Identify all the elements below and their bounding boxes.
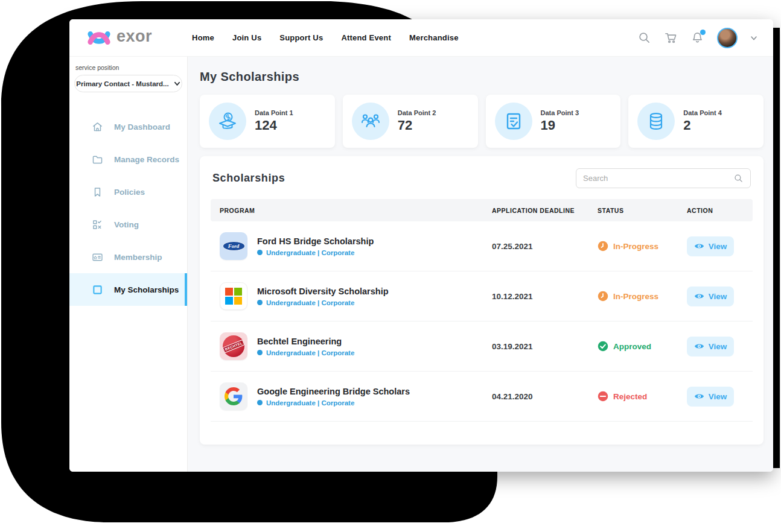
sidebar-item-label: My Scholarships — [114, 285, 179, 294]
eye-icon — [694, 293, 704, 300]
service-position-label: service position — [69, 64, 187, 71]
view-button-label: View — [709, 392, 727, 401]
google-logo — [220, 382, 247, 410]
square-icon — [91, 283, 104, 296]
search-input[interactable] — [583, 174, 733, 183]
program-tags: Undergraduate | Corporate — [257, 349, 354, 356]
navbar-right — [637, 28, 757, 48]
view-button[interactable]: View — [687, 387, 734, 407]
search-icon[interactable] — [733, 173, 744, 183]
sidebar-item-manage-records[interactable]: Manage Records — [69, 143, 187, 176]
column-action: ACTION — [687, 207, 744, 214]
program-title: Ford HS Bridge Scholarship — [257, 236, 374, 246]
stat-value: 124 — [255, 118, 293, 133]
dot-icon — [257, 350, 263, 355]
deadline-cell: 07.25.2021 — [492, 242, 598, 251]
status-label: Rejected — [613, 392, 647, 401]
deadline-cell: 10.12.2021 — [492, 292, 598, 301]
dot-icon — [257, 250, 263, 255]
ford-logo: Ford — [220, 232, 247, 260]
deadline-cell: 03.19.2021 — [492, 342, 598, 351]
database-icon — [637, 103, 675, 140]
dot-icon — [257, 300, 263, 305]
view-button[interactable]: View — [687, 236, 734, 256]
eye-icon — [694, 242, 704, 250]
action-cell: View — [687, 337, 744, 356]
program-cell: Ford Ford HS Bridge Scholarship Undergra… — [220, 232, 492, 260]
table-row: Microsoft Diversity Scholarship Undergra… — [211, 271, 753, 321]
sidebar-item-voting[interactable]: Voting — [69, 208, 187, 241]
view-button[interactable]: View — [687, 287, 734, 306]
page-title: My Scholarships — [200, 70, 763, 84]
status-icon — [598, 391, 608, 402]
sidebar-menu: My Dashboard Manage Records Policies — [69, 110, 187, 306]
program-tags-label: Undergraduate | Corporate — [266, 349, 354, 356]
navbar: exor Home Join Us Support Us Attend Even… — [69, 19, 773, 57]
avatar[interactable] — [717, 28, 738, 48]
view-button[interactable]: View — [687, 337, 734, 356]
sidebar-item-label: Membership — [114, 253, 162, 262]
search-icon[interactable] — [637, 31, 651, 45]
view-button-label: View — [709, 292, 727, 301]
stat-label: Data Point 1 — [255, 109, 293, 116]
brand-name: exor — [116, 28, 152, 47]
nav-links: Home Join Us Support Us Attend Event Mer… — [192, 33, 459, 42]
status-icon — [598, 241, 608, 252]
program-cell: BECHTEL Bechtel Engineering Undergraduat… — [220, 332, 492, 360]
program-cell: Microsoft Diversity Scholarship Undergra… — [220, 282, 492, 310]
stat-label: Data Point 4 — [683, 109, 722, 116]
stage: exor Home Join Us Support Us Attend Even… — [0, 0, 781, 532]
table-row: Ford Ford HS Bridge Scholarship Undergra… — [211, 221, 753, 271]
column-status: STATUS — [598, 207, 687, 214]
view-button-label: View — [709, 342, 727, 351]
table-row: BECHTEL Bechtel Engineering Undergraduat… — [211, 321, 753, 372]
program-tags-label: Undergraduate | Corporate — [266, 399, 354, 407]
dot-icon — [257, 400, 263, 405]
stat-label: Data Point 3 — [541, 109, 579, 116]
nav-link-home[interactable]: Home — [192, 33, 214, 42]
nav-link-merchandise[interactable]: Merchandise — [409, 33, 459, 42]
scholarship-cap-dollar-icon — [209, 103, 246, 140]
status-label: Approved — [613, 342, 651, 351]
scholarships-card: Scholarships PROGRAM APPLICATION DEADLIN… — [200, 156, 763, 445]
status-cell: Rejected — [598, 391, 687, 402]
action-cell: View — [687, 387, 744, 407]
sidebar-item-policies[interactable]: Policies — [69, 176, 187, 208]
sidebar-item-label: Voting — [114, 220, 139, 229]
main-content: My Scholarships Data Point 1 — [188, 57, 773, 472]
status-cell: In-Progress — [598, 241, 687, 252]
status-cell: In-Progress — [598, 291, 687, 302]
sidebar-item-my-dashboard[interactable]: My Dashboard — [69, 110, 187, 143]
stat-card-4: Data Point 4 2 — [628, 95, 763, 148]
view-button-label: View — [709, 242, 727, 251]
table-row: Google Engineering Bridge Scholars Under… — [211, 372, 753, 422]
program-tags-label: Undergraduate | Corporate — [266, 299, 354, 306]
status-label: In-Progress — [613, 292, 658, 301]
nav-link-join-us[interactable]: Join Us — [232, 33, 261, 42]
people-group-icon — [352, 103, 389, 140]
sidebar-item-my-scholarships[interactable]: My Scholarships — [69, 273, 187, 306]
stat-cards: Data Point 1 124 Data Point 2 — [200, 95, 763, 148]
brand-logo[interactable]: exor — [86, 28, 152, 48]
column-program: PROGRAM — [220, 207, 492, 214]
home-icon — [91, 121, 104, 133]
action-cell: View — [687, 236, 744, 256]
nav-link-attend-event[interactable]: Attend Event — [341, 33, 391, 42]
status-label: In-Progress — [613, 242, 658, 251]
ballot-icon — [91, 218, 104, 231]
chevron-down-icon[interactable] — [750, 34, 757, 42]
sidebar-item-membership[interactable]: Membership — [69, 241, 187, 273]
stat-card-2: Data Point 2 72 — [343, 95, 478, 148]
checklist-icon — [495, 103, 532, 140]
bell-icon[interactable] — [690, 31, 704, 45]
program-title: Google Engineering Bridge Scholars — [257, 387, 410, 396]
cart-icon[interactable] — [664, 31, 678, 45]
eye-icon — [694, 393, 704, 400]
action-cell: View — [687, 287, 744, 306]
program-title: Bechtel Engineering — [257, 337, 354, 346]
chevron-down-icon — [174, 80, 180, 87]
nav-link-support-us[interactable]: Support Us — [279, 33, 323, 42]
eye-icon — [694, 343, 704, 350]
program-title: Microsoft Diversity Scholarship — [257, 287, 389, 296]
service-position-dropdown[interactable]: Primary Contact - Mustard... — [74, 75, 182, 92]
